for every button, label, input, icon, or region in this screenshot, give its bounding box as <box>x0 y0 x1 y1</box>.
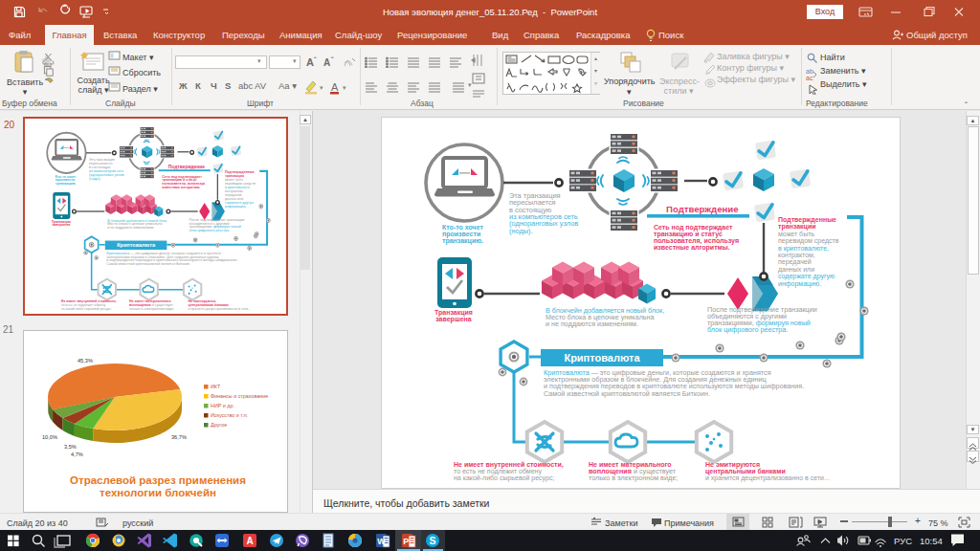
svg-text:технологии блокчейн: технологии блокчейн <box>100 487 216 498</box>
svg-text:A: A <box>246 536 253 546</box>
svg-text:3,5%: 3,5% <box>64 444 77 450</box>
svg-text:S: S <box>429 535 435 546</box>
svg-text:Искусство и т.п.: Искусство и т.п. <box>211 412 248 418</box>
svg-text:P: P <box>403 537 409 546</box>
svg-text:ac: ac <box>806 75 813 81</box>
svg-text:36,7%: 36,7% <box>171 434 187 440</box>
svg-text:A: A <box>306 56 314 68</box>
svg-text:▾: ▾ <box>343 84 346 91</box>
svg-text:Финансы и страхование: Финансы и страхование <box>211 393 268 399</box>
svg-text:ИКТ: ИКТ <box>211 384 221 389</box>
svg-text:45,3%: 45,3% <box>78 358 93 364</box>
svg-text:▾: ▾ <box>320 84 323 91</box>
svg-text:Отраслевой разрез применения: Отраслевой разрез применения <box>70 474 246 486</box>
svg-text:ˆ: ˆ <box>314 56 317 63</box>
svg-text:РУС: РУС <box>894 536 912 546</box>
svg-text:ˇ: ˇ <box>331 56 334 63</box>
svg-text:10:54: 10:54 <box>920 536 943 546</box>
svg-text:Другое: Другое <box>211 422 227 428</box>
svg-text:4,7%: 4,7% <box>71 452 83 457</box>
svg-text:10,0%: 10,0% <box>42 434 57 440</box>
svg-text:ab: ab <box>806 68 813 75</box>
svg-text:W: W <box>377 537 386 546</box>
svg-text:НИР и др.: НИР и др. <box>211 403 234 408</box>
svg-text:A: A <box>323 57 330 68</box>
svg-text:A: A <box>331 81 339 93</box>
